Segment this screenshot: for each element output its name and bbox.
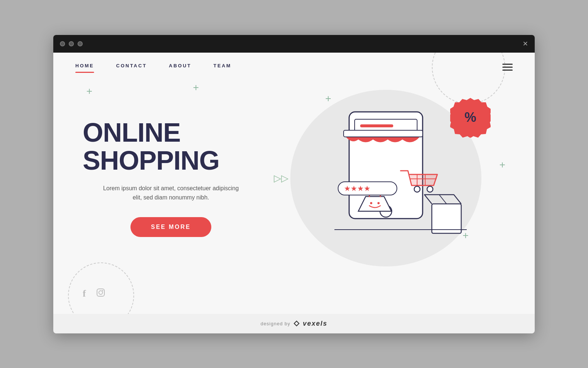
page-content: HOME CONTACT ABOUT TEAM + + + ONLINE	[53, 53, 535, 314]
store-svg: ★★★★	[301, 97, 470, 259]
hero-title-line1: ONLINE	[83, 118, 180, 147]
svg-text:★★★★: ★★★★	[344, 184, 370, 192]
hamburger-menu[interactable]	[502, 64, 513, 71]
svg-line-16	[439, 195, 447, 204]
percent-symbol: %	[465, 110, 476, 125]
facebook-icon[interactable]: f	[83, 288, 86, 299]
footer: designed by vexels	[53, 314, 535, 333]
social-icons: f	[83, 288, 105, 299]
hamburger-line-2	[502, 67, 513, 68]
svg-point-19	[99, 291, 103, 294]
percent-badge: %	[450, 97, 491, 138]
svg-rect-15	[432, 204, 461, 233]
close-icon[interactable]: ✕	[523, 40, 528, 48]
plus-deco-2: +	[193, 82, 199, 93]
svg-point-10	[427, 186, 433, 192]
nav-item-team[interactable]: TEAM	[214, 63, 232, 71]
hero-title: ONLINE SHOPPING	[83, 119, 259, 174]
browser-window: ✕ HOME CONTACT ABOUT TEAM + +	[53, 35, 535, 333]
hero-left: ONLINE SHOPPING Lorem ipsum dolor sit am…	[83, 119, 259, 237]
play-forward-icon: ▷▷	[274, 172, 288, 184]
hamburger-line-1	[502, 64, 513, 65]
browser-dot-3	[78, 41, 83, 46]
vexels-diamond-icon	[293, 320, 300, 327]
hero-title-line2: SHOPPING	[83, 146, 219, 175]
svg-point-9	[414, 186, 420, 192]
svg-rect-5	[344, 130, 423, 137]
designed-by-text: designed by	[261, 321, 290, 326]
nav-items: HOME CONTACT ABOUT TEAM	[75, 63, 232, 71]
hero-right: + + + ▷▷ %	[259, 86, 513, 270]
svg-point-11	[370, 202, 372, 204]
svg-rect-18	[97, 289, 104, 296]
plus-deco-5: +	[499, 160, 505, 170]
see-more-button[interactable]: SEE MORE	[130, 217, 211, 237]
browser-titlebar: ✕	[53, 35, 535, 53]
nav-item-about[interactable]: ABOUT	[169, 63, 191, 71]
svg-rect-3	[360, 124, 393, 127]
nav-item-contact[interactable]: CONTACT	[116, 63, 147, 71]
vexels-brand: vexels	[303, 320, 327, 328]
navbar: HOME CONTACT ABOUT TEAM	[53, 53, 535, 71]
svg-point-12	[377, 202, 380, 204]
hero-description: Lorem ipsum dolor sit amet, consectetuer…	[103, 184, 239, 202]
plus-deco-1: +	[86, 86, 92, 96]
hamburger-line-3	[502, 70, 513, 71]
browser-dot-2	[69, 41, 74, 46]
hero-section: + + + ONLINE SHOPPING Lorem ipsum dolor …	[53, 71, 535, 300]
browser-dots	[60, 41, 83, 46]
instagram-icon[interactable]	[96, 288, 105, 299]
nav-item-home[interactable]: HOME	[75, 63, 94, 71]
browser-dot-1	[60, 41, 65, 46]
svg-point-20	[102, 290, 103, 291]
